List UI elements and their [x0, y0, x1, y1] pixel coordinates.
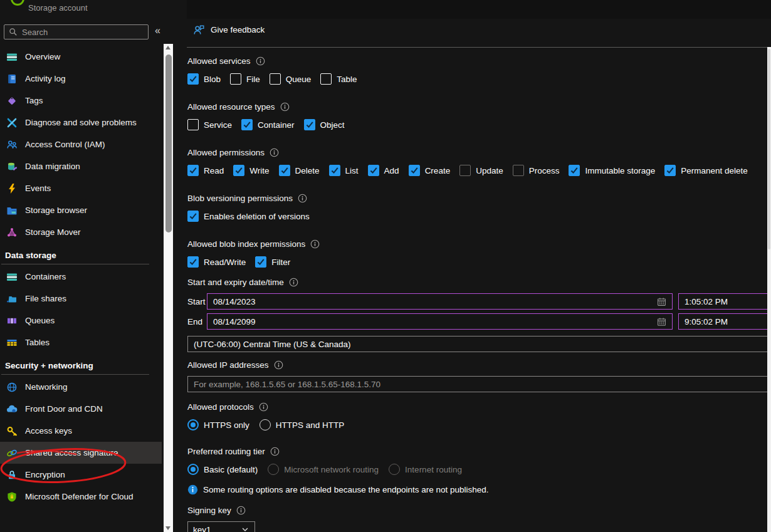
sidebar-item-activity-log[interactable]: Activity log: [0, 68, 162, 90]
unchecked-checkbox-icon[interactable]: [513, 165, 524, 176]
checkbox-permanent-delete[interactable]: Permanent delete: [664, 165, 748, 176]
checkbox-list[interactable]: List: [329, 165, 359, 176]
radio-icon[interactable]: [268, 464, 279, 475]
sidebar-item-events[interactable]: Events: [0, 177, 162, 199]
allowed-ip-input[interactable]: [194, 380, 770, 389]
checkbox-read-write[interactable]: Read/Write: [187, 256, 246, 268]
checkbox-container[interactable]: Container: [241, 119, 295, 130]
search-input[interactable]: [22, 28, 144, 37]
sidebar-item-tags[interactable]: Tags: [0, 90, 162, 112]
checked-checkbox-icon[interactable]: [279, 165, 290, 176]
checkbox-write[interactable]: Write: [233, 165, 269, 176]
info-icon[interactable]: [298, 194, 307, 203]
checked-checkbox-icon[interactable]: [304, 119, 315, 130]
signing-key-dropdown[interactable]: key1: [187, 521, 255, 532]
sidebar-item-data-migration[interactable]: Data migration: [0, 155, 162, 177]
content-scrollbar[interactable]: [767, 47, 771, 532]
checkbox-object[interactable]: Object: [304, 119, 345, 130]
info-icon[interactable]: [270, 148, 279, 157]
start-date-input[interactable]: 08/14/2023: [207, 293, 673, 310]
checked-checkbox-icon[interactable]: [233, 165, 244, 176]
checkbox-service[interactable]: Service: [187, 119, 232, 130]
sidebar-item-overview[interactable]: Overview: [0, 46, 162, 68]
radio-internet-routing[interactable]: Internet routing: [389, 464, 462, 475]
selected-radio-icon[interactable]: [187, 464, 199, 475]
radio-basic-default[interactable]: Basic (default): [187, 464, 258, 475]
unchecked-checkbox-icon[interactable]: [270, 73, 281, 85]
sidebar-item-shared-access-signature[interactable]: Shared access signature: [0, 442, 162, 464]
sidebar-item-microsoft-defender-for-cloud[interactable]: Microsoft Defender for Cloud: [0, 486, 162, 508]
info-icon[interactable]: [289, 278, 298, 287]
sidebar-item-encryption[interactable]: Encryption: [0, 464, 162, 486]
radio-microsoft-network-routing[interactable]: Microsoft network routing: [268, 464, 379, 475]
end-time-input[interactable]: 9:05:02 PM: [678, 313, 771, 330]
checkbox-process[interactable]: Process: [513, 165, 560, 176]
sidebar-item-containers[interactable]: Containers: [0, 266, 162, 288]
checkbox-add[interactable]: Add: [368, 165, 399, 176]
checked-checkbox-icon[interactable]: [409, 165, 420, 176]
checked-checkbox-icon[interactable]: [569, 165, 580, 176]
checked-checkbox-icon[interactable]: [187, 211, 199, 222]
checked-checkbox-icon[interactable]: [368, 165, 379, 176]
content-scrollbar-thumb[interactable]: [768, 49, 770, 249]
sidebar-item-queues[interactable]: Queues: [0, 310, 162, 331]
sidebar-item-tables[interactable]: Tables: [0, 331, 162, 353]
sidebar-item-diagnose-and-solve-problems[interactable]: Diagnose and solve problems: [0, 112, 162, 133]
checked-checkbox-icon[interactable]: [187, 73, 199, 85]
sidebar-item-file-shares[interactable]: File shares: [0, 288, 162, 310]
checkbox-immutable-storage[interactable]: Immutable storage: [569, 165, 655, 176]
info-icon[interactable]: [270, 447, 280, 456]
sidebar-scrollbar[interactable]: [164, 44, 173, 532]
radio-icon[interactable]: [389, 464, 400, 475]
give-feedback-button[interactable]: Give feedback: [193, 24, 265, 36]
info-icon[interactable]: [280, 102, 290, 112]
info-icon[interactable]: [256, 56, 265, 66]
radio-icon[interactable]: [260, 419, 271, 430]
sidebar-item-access-control-iam[interactable]: Access Control (IAM): [0, 133, 162, 155]
timezone-select[interactable]: (UTC-06:00) Central Time (US & Canada): [187, 336, 771, 352]
checked-checkbox-icon[interactable]: [255, 256, 266, 268]
unchecked-checkbox-icon[interactable]: [230, 73, 241, 85]
calendar-icon[interactable]: [657, 317, 666, 326]
checked-checkbox-icon[interactable]: [241, 119, 253, 130]
sidebar-item-storage-browser[interactable]: Storage browser: [0, 199, 162, 221]
sidebar-item-networking[interactable]: Networking: [0, 376, 162, 398]
scroll-up-icon[interactable]: [165, 46, 170, 50]
info-icon[interactable]: [259, 402, 268, 412]
sidebar-item-front-door-and-cdn[interactable]: Front Door and CDN: [0, 398, 162, 420]
checked-checkbox-icon[interactable]: [664, 165, 676, 176]
checked-checkbox-icon[interactable]: [187, 165, 199, 176]
sidebar-item-access-keys[interactable]: Access keys: [0, 420, 162, 442]
unchecked-checkbox-icon[interactable]: [187, 119, 199, 130]
selected-radio-icon[interactable]: [187, 419, 199, 430]
unchecked-checkbox-icon[interactable]: [320, 73, 332, 85]
checkbox-queue[interactable]: Queue: [270, 73, 312, 85]
field-label-row: Signing key: [187, 504, 771, 516]
checkbox-file[interactable]: File: [230, 73, 260, 85]
info-icon[interactable]: [310, 239, 320, 249]
checked-checkbox-icon[interactable]: [187, 256, 199, 268]
checkbox-update[interactable]: Update: [459, 165, 503, 176]
checkbox-blob[interactable]: Blob: [187, 73, 221, 85]
radio-https-and-http[interactable]: HTTPS and HTTP: [260, 419, 345, 430]
radio-https-only[interactable]: HTTPS only: [187, 419, 249, 430]
unchecked-checkbox-icon[interactable]: [459, 165, 471, 176]
checkbox-filter[interactable]: Filter: [255, 256, 290, 268]
scroll-down-icon[interactable]: [165, 526, 170, 530]
info-icon[interactable]: [236, 506, 246, 515]
checkbox-delete[interactable]: Delete: [279, 165, 320, 176]
collapse-sidebar-button[interactable]: «: [155, 25, 160, 36]
checkbox-create[interactable]: Create: [409, 165, 451, 176]
field-label: Allowed protocols: [187, 402, 254, 412]
checkbox-enables-deletion-of-versions[interactable]: Enables deletion of versions: [187, 211, 310, 222]
sidebar-item-storage-mover[interactable]: Storage Mover: [0, 221, 162, 243]
checkbox-read[interactable]: Read: [187, 165, 224, 176]
calendar-icon[interactable]: [657, 297, 666, 306]
start-time-input[interactable]: 1:05:02 PM: [678, 293, 771, 310]
sidebar-search[interactable]: [4, 24, 149, 39]
sidebar-scrollbar-thumb[interactable]: [165, 55, 172, 232]
info-icon[interactable]: [274, 360, 283, 370]
checked-checkbox-icon[interactable]: [329, 165, 340, 176]
checkbox-table[interactable]: Table: [320, 73, 357, 85]
end-date-input[interactable]: 08/14/2099: [207, 313, 673, 330]
